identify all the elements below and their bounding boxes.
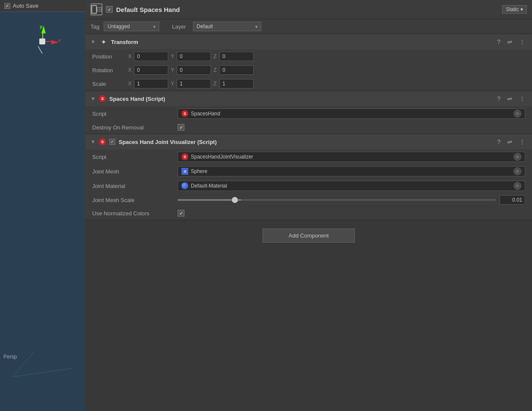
rotation-row: Rotation X Y Z [85, 63, 532, 77]
position-xyz: X Y Z [128, 52, 525, 61]
joint-visualizer-script-picker[interactable]: ⊙ [514, 153, 521, 161]
joint-mesh-icon: ⊞ [181, 168, 188, 175]
joint-visualizer-script-value-container: S SpacesHandJointVisualizer ⊙ [178, 152, 525, 162]
joint-visualizer-header[interactable]: ▼ S ✓ Spaces Hand Joint Visualizer (Scri… [85, 134, 532, 150]
joint-visualizer-title: Spaces Hand Joint Visualizer (Script) [119, 139, 492, 145]
destroy-on-removal-checkbox[interactable]: ✓ [178, 124, 184, 131]
use-normalized-colors-checkbox[interactable]: ✓ [178, 210, 184, 217]
joint-visualizer-component: ▼ S ✓ Spaces Hand Joint Visualizer (Scri… [85, 134, 532, 220]
tag-value: Untagged [108, 23, 130, 29]
position-z-label: Z [213, 53, 219, 59]
rotation-y-label: Y [171, 67, 176, 73]
joint-material-value-container: Default-Material ⊙ [178, 181, 525, 191]
destroy-on-removal-row: Destroy On Removal ✓ [85, 121, 532, 134]
perspective-label: Persp [3, 354, 17, 360]
spaces-hand-script-name: SpacesHand [191, 111, 220, 117]
spaces-hand-actions: ? ⇌ ⋮ [495, 94, 527, 103]
spaces-hand-script-label: Script [92, 111, 178, 117]
scale-z-label: Z [213, 81, 219, 87]
position-x-input[interactable] [134, 52, 168, 61]
scale-x-label: X [128, 81, 133, 87]
joint-visualizer-script-ref[interactable]: S SpacesHandJointVisualizer ⊙ [178, 152, 525, 162]
joint-material-row: Joint Material Default-Material ⊙ [85, 179, 532, 193]
spaces-hand-help-icon[interactable]: ? [495, 94, 502, 103]
joint-material-label: Joint Material [92, 183, 178, 189]
transform-icon: ✦ [99, 38, 108, 46]
position-z-input[interactable] [219, 52, 254, 61]
tag-dropdown[interactable]: Untagged ▾ [104, 22, 159, 31]
spaces-hand-collapse-icon: ▼ [91, 96, 96, 102]
joint-mesh-scale-value-container [178, 195, 525, 205]
autosave-checkbox[interactable]: ✓ [4, 3, 10, 9]
joint-material-icon [181, 182, 188, 189]
joint-mesh-ref[interactable]: ⊞ Sphere ⊙ [178, 166, 525, 176]
rotation-z-label: Z [213, 67, 219, 73]
layer-label: Layer [172, 23, 186, 30]
spaces-hand-settings-icon[interactable]: ⇌ [506, 94, 514, 103]
joint-visualizer-settings-icon[interactable]: ⇌ [506, 138, 514, 146]
position-y-input[interactable] [177, 52, 211, 61]
inspector-panel: ✓ Default Spaces Hand Static ▾ Tag Untag… [85, 0, 532, 411]
tag-dropdown-arrow-icon: ▾ [153, 24, 155, 29]
spaces-hand-script-icon: S [99, 95, 106, 102]
scale-x-input[interactable] [134, 79, 168, 88]
autosave-label: Auto Save [13, 3, 38, 9]
transform-collapse-icon: ▼ [91, 39, 96, 45]
joint-mesh-scale-input[interactable] [500, 195, 525, 205]
scene-panel: ✓ Auto Save y x Per [0, 0, 85, 411]
rotation-x-input[interactable] [134, 65, 168, 75]
transform-title: Transform [111, 39, 492, 45]
spaces-hand-script-picker[interactable]: ⊙ [514, 110, 521, 117]
joint-visualizer-actions: ? ⇌ ⋮ [495, 138, 527, 146]
position-x-label: X [128, 53, 133, 59]
joint-mesh-scale-slider-track[interactable] [178, 199, 496, 201]
spaces-hand-more-icon[interactable]: ⋮ [517, 94, 527, 103]
gameobject-name: Default Spaces Hand [116, 6, 499, 13]
rotation-z-input[interactable] [219, 65, 254, 75]
spaces-hand-component: ▼ S Spaces Hand (Script) ? ⇌ ⋮ Script S … [85, 91, 532, 134]
gameobject-enable-checkbox[interactable]: ✓ [106, 6, 113, 13]
joint-visualizer-script-icon: S [99, 138, 106, 145]
scale-label: Scale [92, 81, 126, 87]
joint-mesh-scale-label: Joint Mesh Scale [92, 197, 178, 203]
joint-mesh-scale-row: Joint Mesh Scale [85, 193, 532, 207]
joint-mesh-scale-slider-thumb[interactable] [232, 197, 238, 203]
joint-visualizer-enable-checkbox[interactable]: ✓ [109, 139, 115, 145]
static-dropdown[interactable]: Static ▾ [502, 5, 527, 14]
rotation-xyz: X Y Z [128, 65, 525, 75]
add-component-button[interactable]: Add Component [263, 229, 355, 243]
transform-help-icon[interactable]: ? [495, 38, 502, 46]
transform-more-icon[interactable]: ⋮ [517, 38, 527, 46]
transform-settings-icon[interactable]: ⇌ [506, 38, 514, 46]
joint-material-picker[interactable]: ⊙ [514, 182, 521, 190]
joint-mesh-picker[interactable]: ⊙ [514, 167, 521, 175]
rotation-y-input[interactable] [177, 65, 211, 75]
destroy-on-removal-label: Destroy On Removal [92, 124, 178, 131]
z-axis-line [38, 46, 43, 54]
layer-dropdown[interactable]: Default ▾ [193, 22, 261, 31]
rotation-x-label: X [128, 67, 133, 73]
joint-material-ref[interactable]: Default-Material ⊙ [178, 181, 525, 191]
autosave-bar: ✓ Auto Save [0, 0, 85, 12]
spaces-hand-header[interactable]: ▼ S Spaces Hand (Script) ? ⇌ ⋮ [85, 91, 532, 106]
scale-y-input[interactable] [177, 79, 211, 88]
layer-value: Default [197, 23, 213, 29]
joint-mesh-scale-slider-container [178, 195, 525, 205]
joint-mesh-name: Sphere [191, 168, 208, 174]
joint-visualizer-help-icon[interactable]: ? [495, 138, 502, 146]
transform-header[interactable]: ▼ ✦ Transform ? ⇌ ⋮ [85, 34, 532, 50]
y-axis-label: y [40, 24, 42, 29]
joint-visualizer-script-name: SpacesHandJointVisualizer [191, 154, 253, 160]
scene-lines [0, 343, 85, 385]
transform-actions: ? ⇌ ⋮ [495, 38, 527, 46]
axis-center [39, 38, 45, 44]
scene-view[interactable]: y x Persp [0, 12, 85, 411]
joint-visualizer-more-icon[interactable]: ⋮ [517, 138, 527, 146]
rotation-label: Rotation [92, 67, 126, 73]
position-label: Position [92, 53, 126, 60]
joint-visualizer-script-ref-icon: S [181, 153, 188, 160]
scale-z-input[interactable] [219, 79, 254, 88]
add-component-area: Add Component [85, 220, 532, 251]
spaces-hand-script-ref[interactable]: S SpacesHand ⊙ [178, 109, 525, 119]
joint-visualizer-script-row: Script S SpacesHandJointVisualizer ⊙ [85, 150, 532, 164]
